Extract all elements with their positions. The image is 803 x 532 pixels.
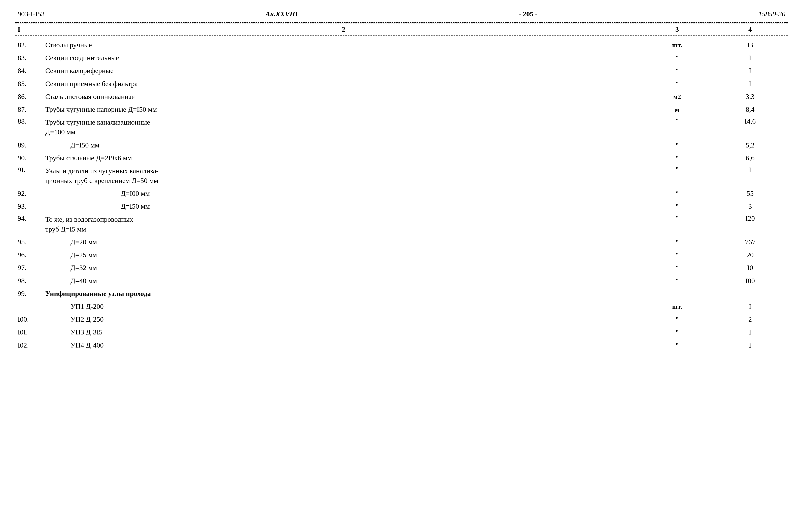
row-description: Трубы чугунные канализационныеД=100 мм	[45, 117, 642, 137]
row-description: Секции калориферные	[45, 66, 642, 76]
table-row: 95.Д=20 мм"767	[15, 235, 788, 248]
row-quantity: 5,2	[712, 141, 788, 149]
row-unit: "	[642, 142, 712, 149]
table-row: 98.Д=40 мм"I00	[15, 274, 788, 287]
row-quantity: I20	[712, 214, 788, 223]
row-quantity: I00	[712, 277, 788, 285]
row-unit: "	[642, 316, 712, 323]
row-quantity: 767	[712, 238, 788, 246]
row-quantity: I	[712, 303, 788, 310]
row-unit: "	[642, 277, 712, 285]
row-description: Секции приемные без фильтра	[45, 79, 642, 89]
row-unit: "	[642, 117, 712, 125]
row-unit: "	[642, 203, 712, 210]
row-quantity: 3	[712, 202, 788, 210]
row-number: 92.	[15, 190, 45, 197]
row-number: 95.	[15, 238, 45, 246]
row-unit: "	[642, 264, 712, 272]
row-quantity: 2	[712, 315, 788, 323]
table-row: 97.Д=32 мм"I0	[15, 261, 788, 274]
table-row: I00.УП2 Д-250"2	[15, 313, 788, 326]
row-number: 94.	[15, 214, 45, 223]
row-unit: "	[642, 190, 712, 197]
row-description: УП3 Д-3I5	[45, 327, 642, 337]
row-number: 84.	[15, 67, 45, 75]
table-row: 88.Трубы чугунные канализационныеД=100 м…	[15, 116, 788, 138]
col-header-4: 4	[712, 25, 788, 34]
row-quantity: I	[712, 80, 788, 88]
row-quantity: I	[712, 166, 788, 174]
row-description: УП2 Д-250	[45, 314, 642, 324]
row-quantity: I4,6	[712, 117, 788, 125]
table-row: 94.То же, из водогазопроводныхтруб Д=I5 …	[15, 213, 788, 235]
row-description: Сталь листовая оцинкованная	[45, 92, 642, 101]
row-description: Д=20 мм	[45, 237, 642, 247]
row-number: 83.	[15, 54, 45, 62]
table-row: 89.Д=I50 мм"5,2	[15, 139, 788, 152]
row-quantity: I	[712, 328, 788, 336]
row-quantity: I3	[712, 41, 788, 49]
table-row: 99.Унифицированные узлы прохода	[15, 287, 788, 300]
column-headers: I 2 3 4	[15, 23, 788, 36]
doc-number: 903-I-I53	[18, 10, 44, 18]
table-row: 84.Секции калориферные"I	[15, 64, 788, 77]
row-description: Д=32 мм	[45, 263, 642, 272]
row-quantity: 20	[712, 251, 788, 259]
row-description: Д=25 мм	[45, 250, 642, 260]
row-description: УП1 Д-200	[45, 302, 642, 311]
row-quantity: I	[712, 54, 788, 62]
row-description: Д=I50 мм	[45, 140, 642, 150]
row-number: 93.	[15, 202, 45, 210]
row-description: Д=I00 мм	[45, 189, 642, 198]
row-unit: "	[642, 80, 712, 88]
row-number: 90.	[15, 154, 45, 162]
row-description: Трубы чугунные напорные Д=I50 мм	[45, 104, 642, 114]
row-quantity: 6,6	[712, 154, 788, 162]
row-unit: шт.	[642, 303, 712, 310]
page-header: 903-I-I53 Ак.ХХVIII - 205 - 15859-30	[15, 10, 788, 18]
row-description: Трубы стальные Д=2I9х6 мм	[45, 153, 642, 163]
row-description: Стволы ручные	[45, 40, 642, 50]
row-quantity: I	[712, 341, 788, 349]
col-header-1: I	[15, 25, 45, 34]
row-number: 96.	[15, 251, 45, 259]
row-unit: м2	[642, 93, 712, 101]
row-number: 85.	[15, 80, 45, 88]
row-unit: "	[642, 54, 712, 62]
doc-series: Ак.ХХVIII	[265, 10, 298, 18]
row-number: 86.	[15, 93, 45, 101]
row-description: Унифицированные узлы прохода	[45, 289, 642, 299]
row-number: 97.	[15, 264, 45, 272]
row-description: Д=I50 мм	[45, 201, 642, 211]
row-unit: "	[642, 166, 712, 173]
row-number: 9I.	[15, 166, 45, 174]
row-number: 87.	[15, 106, 45, 114]
table-row: 82.Стволы ручныешт.I3	[15, 38, 788, 51]
table-row: 83.Секции соединительные"I	[15, 51, 788, 64]
row-unit: "	[642, 154, 712, 162]
row-unit: "	[642, 214, 712, 222]
row-description: То же, из водогазопроводныхтруб Д=I5 мм	[45, 214, 642, 234]
table-row: 85.Секции приемные без фильтра"I	[15, 77, 788, 90]
table-row: 96.Д=25 мм"20	[15, 248, 788, 261]
row-quantity: 3,3	[712, 93, 788, 101]
row-unit: "	[642, 67, 712, 75]
row-unit: "	[642, 329, 712, 336]
row-unit: "	[642, 342, 712, 349]
row-quantity: 55	[712, 190, 788, 197]
table-row: 92.Д=I00 мм"55	[15, 187, 788, 200]
page-number: - 205 -	[519, 10, 538, 18]
table-row: 86.Сталь листовая оцинкованнаям23,3	[15, 90, 788, 103]
row-number: 99.	[15, 290, 45, 298]
table-row: 9I.Узлы и детали из чугунных канализа-ци…	[15, 164, 788, 187]
row-description: Д=40 мм	[45, 276, 642, 286]
col-header-3: 3	[642, 25, 712, 34]
row-quantity: 8,4	[712, 106, 788, 114]
row-number: 89.	[15, 141, 45, 149]
row-unit: м	[642, 106, 712, 114]
row-number: 82.	[15, 41, 45, 49]
row-unit: "	[642, 239, 712, 246]
table-row: I02.УП4 Д-400"I	[15, 339, 788, 352]
table-row: I0I.УП3 Д-3I5"I	[15, 326, 788, 339]
doc-ref: 15859-30	[759, 10, 785, 18]
